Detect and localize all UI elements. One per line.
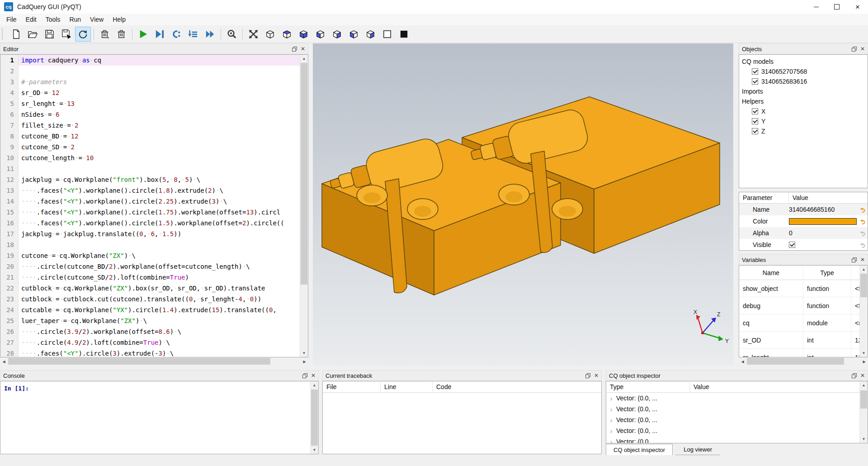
back-view-button[interactable] xyxy=(329,27,345,42)
continue-button[interactable] xyxy=(202,27,218,42)
checkbox[interactable] xyxy=(752,118,758,124)
objects-item[interactable]: 3140652683616 xyxy=(739,76,868,86)
front-view-button[interactable] xyxy=(312,27,328,42)
undo-button[interactable] xyxy=(857,228,868,238)
minimize-button[interactable] xyxy=(806,0,826,14)
scroll-down-icon[interactable]: ▼ xyxy=(860,435,868,443)
menu-item-tools[interactable]: Tools xyxy=(41,14,65,25)
inspector-row[interactable]: ›Vector: (0.0, ... xyxy=(606,436,868,443)
objects-group-cq-models[interactable]: CQ models xyxy=(739,57,868,67)
inspector-row[interactable]: ›Vector: (0.0, ... xyxy=(606,393,868,404)
float-panel-icon[interactable] xyxy=(292,47,297,52)
inspector-row[interactable]: ›Vector: (0.0, ... xyxy=(606,414,868,425)
render-button[interactable] xyxy=(135,27,151,42)
inspector-row[interactable]: ›Vector: (0.0, ... xyxy=(606,425,868,436)
console-vertical-scrollbar[interactable]: ▲ ▼ xyxy=(310,381,318,454)
close-panel-icon[interactable]: ✕ xyxy=(860,373,865,378)
inspector-vertical-scrollbar[interactable]: ▲ ▼ xyxy=(859,381,868,443)
scroll-right-icon[interactable]: ▶ xyxy=(860,358,868,366)
float-panel-icon[interactable] xyxy=(852,373,857,378)
scroll-right-icon[interactable]: ▶ xyxy=(301,358,308,366)
undo-button[interactable] xyxy=(857,217,868,226)
expand-chevron-icon[interactable]: › xyxy=(606,395,616,402)
maximize-button[interactable] xyxy=(826,0,847,14)
scroll-down-icon[interactable]: ▼ xyxy=(311,446,318,454)
variable-row[interactable]: sr_lenghtint13 xyxy=(739,349,868,357)
checkbox[interactable] xyxy=(752,68,758,75)
expand-chevron-icon[interactable]: › xyxy=(606,438,616,444)
scrollbar-thumb[interactable] xyxy=(311,390,318,446)
step-button[interactable] xyxy=(169,27,184,42)
new-file-button[interactable] xyxy=(8,27,24,42)
float-panel-icon[interactable] xyxy=(585,373,590,378)
close-panel-icon[interactable]: ✕ xyxy=(311,373,316,378)
3d-viewport[interactable]: X Z Y xyxy=(313,43,733,366)
close-button[interactable]: ✕ xyxy=(847,0,868,14)
scrollbar-thumb[interactable] xyxy=(301,63,307,285)
menu-item-run[interactable]: Run xyxy=(65,14,85,25)
float-panel-icon[interactable] xyxy=(852,47,857,52)
console-output[interactable]: In [1]: ▲ ▼ xyxy=(0,381,319,454)
top-view-button[interactable] xyxy=(279,27,295,42)
variable-row[interactable]: cqmodule<m xyxy=(739,314,868,332)
objects-item[interactable]: 3140652707568 xyxy=(739,67,868,76)
scrollbar-thumb[interactable] xyxy=(860,390,867,409)
checkbox[interactable] xyxy=(752,78,758,85)
autoreload-button[interactable] xyxy=(75,27,91,42)
toolbar-grip[interactable] xyxy=(2,28,5,40)
scroll-left-icon[interactable]: ◀ xyxy=(739,358,746,366)
menu-item-file[interactable]: File xyxy=(2,14,21,25)
float-panel-icon[interactable] xyxy=(852,257,857,262)
float-panel-icon[interactable] xyxy=(302,373,307,378)
scrollbar-thumb[interactable] xyxy=(8,358,270,365)
code-editor[interactable]: 1import·cadquery·as·cq23#·parameters4sr_… xyxy=(0,54,308,357)
variables-horizontal-scrollbar[interactable]: ◀ ▶ xyxy=(739,357,868,366)
scroll-up-icon[interactable]: ▲ xyxy=(311,381,318,389)
scroll-up-icon[interactable]: ▲ xyxy=(300,55,308,62)
open-file-button[interactable] xyxy=(25,27,41,42)
bottom-view-button[interactable] xyxy=(296,27,311,42)
left-view-button[interactable] xyxy=(346,27,362,42)
shaded-view-button[interactable] xyxy=(396,27,412,42)
close-panel-icon[interactable]: ✕ xyxy=(860,47,865,52)
undo-button[interactable] xyxy=(857,205,868,214)
delete-all-button[interactable] xyxy=(113,27,129,42)
objects-item[interactable]: Y xyxy=(739,116,868,126)
color-swatch[interactable] xyxy=(789,218,857,225)
save-as-button[interactable] xyxy=(58,27,74,42)
scrollbar-thumb[interactable] xyxy=(747,358,844,365)
inspector-table[interactable]: Type Value ›Vector: (0.0, ...›Vector: (0… xyxy=(606,381,868,443)
variable-row[interactable]: sr_ODint12 xyxy=(739,332,868,349)
scroll-down-icon[interactable]: ▼ xyxy=(860,349,868,357)
checkbox[interactable] xyxy=(752,108,758,114)
variable-row[interactable]: debugfunction<f xyxy=(739,297,868,314)
variables-vertical-scrollbar[interactable]: ▲ ▼ xyxy=(859,266,868,357)
right-view-button[interactable] xyxy=(363,27,378,42)
screenshot-button[interactable] xyxy=(224,27,240,42)
objects-group-imports[interactable]: Imports xyxy=(739,86,868,96)
objects-item[interactable]: X xyxy=(739,106,868,116)
expand-chevron-icon[interactable]: › xyxy=(606,416,616,424)
fit-view-button[interactable] xyxy=(245,27,261,42)
wireframe-view-button[interactable] xyxy=(379,27,395,42)
tab-cq-object-inspector[interactable]: CQ object inspector xyxy=(606,444,673,455)
step-in-button[interactable] xyxy=(185,27,201,42)
scroll-up-icon[interactable]: ▲ xyxy=(860,381,868,389)
close-panel-icon[interactable]: ✕ xyxy=(301,47,305,52)
traceback-table[interactable]: File Line Code xyxy=(322,381,602,454)
editor-vertical-scrollbar[interactable]: ▲ ▼ xyxy=(300,55,308,357)
menu-item-edit[interactable]: Edit xyxy=(21,14,41,25)
undo-button[interactable] xyxy=(857,240,868,249)
scroll-up-icon[interactable]: ▲ xyxy=(860,266,868,273)
debug-button[interactable] xyxy=(152,27,168,42)
expand-chevron-icon[interactable]: › xyxy=(606,405,616,413)
tab-log-viewer[interactable]: Log viewer xyxy=(675,444,720,455)
variable-row[interactable]: show_objectfunction<f xyxy=(739,280,868,297)
scrollbar-thumb[interactable] xyxy=(860,274,867,297)
inspector-row[interactable]: ›Vector: (0.0, ... xyxy=(606,404,868,414)
close-panel-icon[interactable]: ✕ xyxy=(860,257,865,262)
delete-object-button[interactable]: ✦ xyxy=(97,27,113,42)
checkbox[interactable] xyxy=(752,128,758,134)
close-panel-icon[interactable]: ✕ xyxy=(594,373,599,378)
scroll-left-icon[interactable]: ◀ xyxy=(0,358,8,366)
